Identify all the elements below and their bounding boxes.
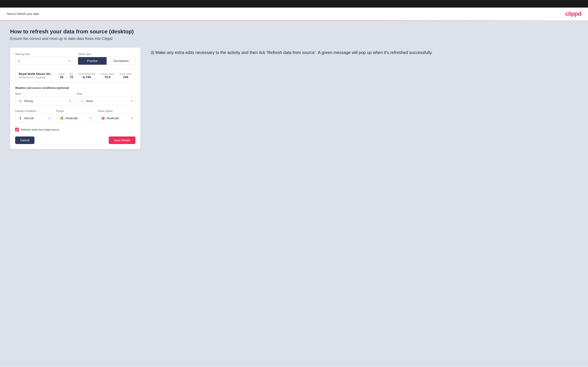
- holes-stat: Holes 18: [59, 73, 65, 79]
- main-content: How to refresh your data from source (de…: [0, 21, 588, 363]
- starting-hole-value: 1: [15, 57, 72, 65]
- top-bar: [0, 0, 588, 8]
- wind-arrow-icon: ▾: [69, 100, 71, 102]
- holes-value: 18: [59, 75, 65, 79]
- rough-value: Moderate: [65, 117, 78, 120]
- page-subtitle: Ensure the correct and most up to date d…: [10, 37, 578, 41]
- header-title: How to refresh your data: [7, 12, 39, 16]
- wind-icon: 💨: [18, 99, 23, 103]
- wind-value: Strong: [24, 99, 33, 103]
- green-speed-icon: 🎯: [101, 116, 105, 120]
- practice-button[interactable]: Practice: [78, 57, 107, 65]
- header: How to refresh your data clippd: [0, 8, 588, 21]
- course-rating-value: 72.5: [101, 75, 114, 79]
- description-panel: 3) Make any extra edits necessary to the…: [150, 48, 578, 56]
- logo: clippd: [565, 10, 581, 17]
- course-location: Westward Ho!, England: [19, 76, 51, 79]
- rain-select[interactable]: ☀ None ▾: [77, 97, 135, 105]
- starting-hole-select[interactable]: 1 ▾: [15, 57, 73, 65]
- rough-display: 🌿 Moderate: [57, 114, 94, 122]
- wind-display: 💨 Strong: [15, 97, 73, 105]
- footer: Copyright Clippd 2022: [0, 363, 588, 367]
- rain-icon: ☀: [80, 99, 84, 103]
- wind-select[interactable]: 💨 Strong ▾: [15, 97, 74, 105]
- course-stats: Holes 18 Par 72 Yards/White (M)) 6,744 C…: [59, 73, 132, 79]
- top-nav-area: How to refresh your data clippd: [0, 8, 588, 21]
- course-info: Royal North Devon GC, Westward Ho!, Engl…: [19, 72, 51, 79]
- course-rating-label: Course rating: [101, 73, 114, 75]
- tournament-button[interactable]: Tournament: [107, 57, 135, 65]
- fairway-group: Fairway Conditions 🏌 Normal ▾: [15, 110, 53, 123]
- course-rating-stat: Course rating 72.5: [101, 73, 114, 79]
- starting-hole-group: Starting Hole 1 ▾: [15, 53, 73, 65]
- starting-hole-arrow-icon: ▾: [69, 59, 70, 62]
- description-text: 3) Make any extra edits necessary to the…: [150, 49, 578, 56]
- rain-value: None: [86, 99, 93, 103]
- game-type-label: Game Type: [78, 53, 135, 56]
- weather-section-title: Weather and course conditions (optional): [15, 86, 135, 89]
- holes-label: Holes: [59, 73, 65, 75]
- game-type-buttons: Practice Tournament: [78, 57, 135, 65]
- rain-group: Rain ☀ None ▾: [77, 92, 135, 105]
- form-panel: Starting Hole 1 ▾ Game Type Practice Tou…: [10, 48, 140, 149]
- green-speed-value: Moderate: [107, 117, 119, 120]
- green-speed-arrow-icon: ▾: [131, 117, 133, 120]
- rough-label: Rough: [56, 110, 94, 113]
- rough-group: Rough 🌿 Moderate ▾: [56, 110, 94, 123]
- green-speed-display: 🎯 Moderate: [98, 114, 135, 122]
- yards-value: 6,744: [78, 75, 95, 79]
- green-speed-group: Green Speed 🎯 Moderate ▾: [97, 110, 135, 123]
- rough-icon: 🌿: [60, 116, 64, 120]
- game-type-group: Game Type Practice Tournament: [78, 53, 135, 65]
- wind-label: Wind: [15, 92, 74, 95]
- top-form-row: Starting Hole 1 ▾ Game Type Practice Tou…: [15, 53, 135, 65]
- rain-label: Rain: [77, 92, 135, 95]
- slope-rating-value: 134: [119, 75, 132, 79]
- cancel-button[interactable]: Cancel: [15, 136, 35, 144]
- wind-group: Wind 💨 Strong ▾: [15, 92, 74, 105]
- refresh-checkbox-row: Refresh shots from data source: [15, 128, 135, 131]
- fairway-select[interactable]: 🏌 Normal ▾: [15, 114, 53, 123]
- rain-display: ☀ None: [77, 97, 135, 105]
- button-row: Cancel Save Details: [15, 136, 135, 144]
- par-stat: Par 72: [69, 73, 73, 79]
- rain-arrow-icon: ▾: [131, 100, 133, 102]
- fairway-label: Fairway Conditions: [15, 110, 53, 113]
- page-title: How to refresh your data from source (de…: [10, 28, 578, 35]
- fairway-arrow-icon: ▾: [49, 117, 50, 120]
- wind-rain-row: Wind 💨 Strong ▾ Rain ☀ None: [15, 92, 135, 105]
- rough-select[interactable]: 🌿 Moderate ▾: [56, 114, 94, 123]
- rough-arrow-icon: ▾: [90, 117, 91, 120]
- conditions-row2: Fairway Conditions 🏌 Normal ▾ Rough 🌿: [15, 110, 135, 123]
- course-card: Royal North Devon GC, Westward Ho!, Engl…: [15, 69, 135, 82]
- par-label: Par: [69, 73, 73, 75]
- yards-stat: Yards/White (M)) 6,744: [78, 73, 95, 79]
- slope-rating-label: Slope rating: [119, 73, 132, 75]
- refresh-checkbox-label: Refresh shots from data source: [21, 128, 59, 131]
- par-value: 72: [69, 75, 73, 79]
- refresh-checkbox[interactable]: [15, 128, 19, 131]
- save-details-button[interactable]: Save Details: [109, 136, 135, 144]
- green-speed-label: Green Speed: [97, 110, 135, 113]
- fairway-value: Normal: [24, 117, 34, 120]
- slope-rating-stat: Slope rating 134: [119, 73, 132, 79]
- fairway-icon: 🏌: [18, 116, 23, 120]
- green-speed-select[interactable]: 🎯 Moderate ▾: [97, 114, 135, 123]
- starting-hole-label: Starting Hole: [15, 53, 73, 56]
- content-area: Starting Hole 1 ▾ Game Type Practice Tou…: [10, 48, 578, 149]
- course-name: Royal North Devon GC,: [19, 72, 51, 75]
- yards-label: Yards/White (M)): [78, 73, 95, 75]
- fairway-display: 🏌 Normal: [15, 114, 53, 122]
